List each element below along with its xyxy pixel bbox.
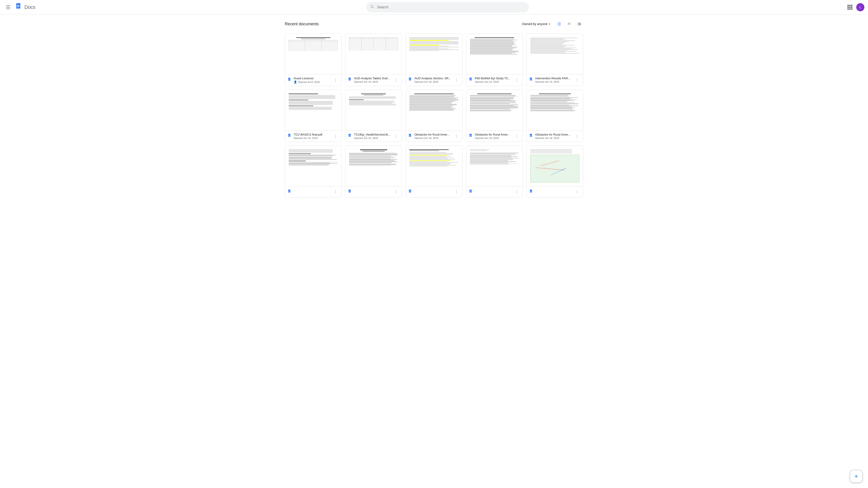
svg-rect-59 bbox=[409, 135, 410, 135]
doc-card-15[interactable] bbox=[526, 145, 583, 197]
app-header: Docs L bbox=[0, 0, 868, 14]
svg-point-71 bbox=[517, 137, 517, 137]
svg-rect-52 bbox=[349, 135, 350, 135]
doc-more-button-13[interactable] bbox=[453, 189, 460, 195]
apps-grid-icon bbox=[847, 5, 852, 10]
doc-preview-inner-7 bbox=[347, 92, 400, 129]
doc-more-button-11[interactable] bbox=[332, 189, 339, 195]
doc-preview-14 bbox=[466, 146, 523, 186]
doc-card-2[interactable]: AUD Analysis Tables Draf... Opened Jun 1… bbox=[345, 33, 402, 86]
svg-rect-110 bbox=[530, 192, 531, 192]
sort-options-button[interactable]: AZ bbox=[565, 20, 573, 28]
svg-point-28 bbox=[456, 80, 457, 80]
header-left: Docs bbox=[4, 3, 53, 12]
doc-more-button-3[interactable] bbox=[453, 77, 460, 83]
section-title: Recent documents bbox=[285, 22, 319, 26]
file-picker-button[interactable] bbox=[575, 20, 583, 28]
doc-title-3: AUD Analysis Section, SR... bbox=[414, 76, 451, 80]
svg-point-43 bbox=[577, 80, 577, 81]
doc-more-button-2[interactable] bbox=[393, 77, 399, 83]
doc-card-7[interactable]: TCUEpi_HealthServiceUti... Opened Jun 19… bbox=[345, 90, 402, 142]
doc-card-3[interactable]: AUD Analysis Section, SR... Opened Jun 1… bbox=[405, 33, 462, 86]
doc-type-icon-14 bbox=[469, 190, 473, 194]
doc-more-button-4[interactable] bbox=[514, 77, 520, 83]
doc-card-8[interactable]: Obstacles for Rural Amer... Opened Jun 1… bbox=[405, 90, 462, 142]
header-right: L bbox=[842, 3, 864, 12]
doc-subtitle-3: Opened Jun 19, 2018 bbox=[414, 80, 451, 83]
menu-button[interactable] bbox=[4, 3, 13, 12]
search-input[interactable] bbox=[377, 5, 525, 9]
doc-card-5[interactable]: Intervention Results PAR... Opened Jun 1… bbox=[526, 33, 583, 86]
svg-rect-68 bbox=[470, 136, 471, 136]
doc-more-button-8[interactable] bbox=[453, 133, 460, 139]
search-bar[interactable] bbox=[366, 2, 529, 12]
doc-card-14[interactable] bbox=[466, 145, 523, 197]
svg-rect-24 bbox=[409, 79, 410, 79]
doc-card-10[interactable]: Obstacles for Rural Amer... Opened Jun 1… bbox=[526, 90, 583, 142]
doc-info-2: AUD Analysis Tables Draf... Opened Jun 1… bbox=[345, 74, 402, 86]
doc-card-12[interactable] bbox=[345, 145, 402, 197]
doc-more-button-15[interactable] bbox=[574, 189, 580, 195]
doc-more-button-6[interactable] bbox=[332, 133, 339, 139]
doc-preview-inner-9 bbox=[468, 92, 521, 129]
svg-rect-11 bbox=[289, 79, 290, 79]
svg-point-42 bbox=[577, 80, 577, 80]
doc-card-4[interactable]: P60 BeWell Epi Study TC... Opened Jun 19… bbox=[466, 33, 523, 86]
svg-rect-4 bbox=[558, 23, 561, 23]
doc-preview-inner-1 bbox=[287, 35, 340, 72]
doc-preview-4 bbox=[466, 34, 523, 74]
doc-more-button-12[interactable] bbox=[393, 189, 399, 195]
svg-rect-89 bbox=[349, 192, 350, 192]
doc-subtitle-10: Opened Jun 18, 2018 bbox=[535, 137, 572, 139]
doc-info-3: AUD Analysis Section, SR... Opened Jun 1… bbox=[406, 74, 462, 86]
google-apps-button[interactable] bbox=[845, 3, 855, 12]
doc-more-button-10[interactable] bbox=[574, 133, 580, 139]
doc-card-11[interactable] bbox=[285, 145, 342, 197]
doc-meta-5: Intervention Results PAR... Opened Jun 1… bbox=[535, 76, 572, 83]
doc-card-9[interactable]: Obstacles for Rural Amer... Opened Jun 1… bbox=[466, 90, 523, 142]
doc-meta-15 bbox=[535, 192, 572, 192]
svg-point-69 bbox=[517, 135, 517, 135]
doc-type-icon-9 bbox=[469, 134, 473, 138]
owned-by-label: Owned by anyone bbox=[522, 22, 548, 26]
svg-point-27 bbox=[456, 78, 457, 79]
user-avatar[interactable]: L bbox=[856, 3, 864, 11]
doc-preview-9 bbox=[466, 90, 523, 131]
doc-type-icon-1 bbox=[288, 78, 292, 83]
doc-card-6[interactable]: TCU BASICS final.pdf Opened Jun 19, 2018 bbox=[285, 90, 342, 142]
doc-card-13[interactable] bbox=[405, 145, 462, 197]
doc-more-button-14[interactable] bbox=[514, 189, 520, 195]
doc-card-1[interactable]: Guest Lectures 👤 Opened Jul 8, 2018 bbox=[285, 33, 342, 86]
doc-date-2: Opened Jun 19, 2018 bbox=[354, 80, 378, 83]
doc-type-icon-6 bbox=[288, 134, 292, 138]
owned-by-filter[interactable]: Owned by anyone ▼ bbox=[519, 20, 553, 28]
doc-date-5: Opened Jun 19, 2018 bbox=[535, 80, 559, 83]
doc-date-4: Opened Jun 19, 2018 bbox=[475, 80, 499, 83]
svg-point-57 bbox=[396, 137, 396, 137]
doc-more-button-9[interactable] bbox=[514, 133, 520, 139]
main-content: Recent documents Owned by anyone ▼ AZ bbox=[276, 14, 592, 203]
doc-title-5: Intervention Results PAR... bbox=[535, 76, 572, 80]
svg-point-97 bbox=[456, 191, 457, 191]
doc-meta-12 bbox=[354, 192, 391, 192]
svg-point-29 bbox=[456, 80, 457, 81]
list-view-button[interactable] bbox=[555, 20, 563, 28]
app-logo[interactable]: Docs bbox=[14, 3, 35, 12]
doc-date-7: Opened Jun 19, 2018 bbox=[354, 137, 378, 139]
doc-more-button-5[interactable] bbox=[574, 77, 580, 83]
doc-more-button-7[interactable] bbox=[393, 133, 399, 139]
doc-preview-inner-13 bbox=[408, 148, 460, 184]
doc-meta-3: AUD Analysis Section, SR... Opened Jun 1… bbox=[414, 76, 451, 83]
doc-meta-9: Obstacles for Rural Amer... Opened Jun 1… bbox=[475, 133, 512, 139]
doc-meta-14 bbox=[475, 192, 512, 192]
svg-point-85 bbox=[335, 193, 336, 193]
doc-preview-15 bbox=[527, 146, 583, 186]
doc-type-icon-15 bbox=[529, 190, 533, 194]
doc-preview-inner-10 bbox=[528, 92, 581, 129]
search-icon bbox=[370, 4, 374, 10]
doc-preview-3 bbox=[406, 34, 462, 74]
doc-info-8: Obstacles for Rural Amer... Opened Jun 1… bbox=[406, 131, 462, 142]
svg-rect-66 bbox=[470, 135, 471, 135]
doc-more-button-1[interactable] bbox=[332, 77, 339, 84]
toolbar-right: Owned by anyone ▼ AZ bbox=[519, 20, 583, 28]
